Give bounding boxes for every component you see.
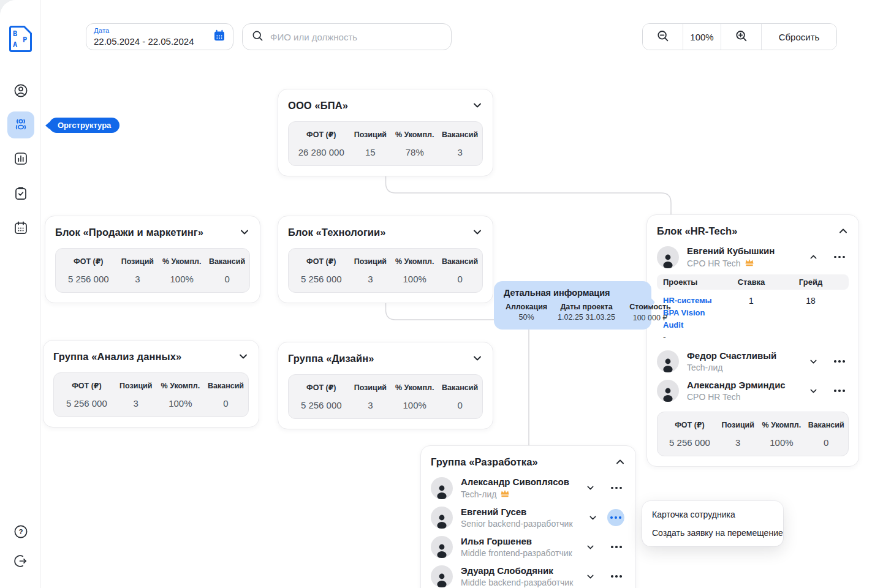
orgstructure-icon <box>13 116 29 134</box>
stats-header: % Укомпл. <box>389 130 440 139</box>
employee-more-button[interactable] <box>608 543 624 551</box>
employee-info: Александр Сивоплясов Tech-лид <box>461 477 586 499</box>
employee-role: CPO HR Tech <box>687 392 809 402</box>
card-title: Блок «Продажи и маркетинг» <box>55 227 203 238</box>
stats-header: ФОТ (₽) <box>56 381 117 390</box>
org-card-dev-header[interactable]: Группа «Разработка» <box>431 454 626 469</box>
project-detail-tooltip: Детальная информация Аллокация 50% Даты … <box>494 281 651 330</box>
stats-value: 5 256 000 <box>56 398 117 409</box>
chevron-down-icon[interactable] <box>239 227 250 238</box>
menu-item-create-transfer-request[interactable]: Создать заявку на перемещение <box>642 524 783 542</box>
sidebar-item-tasks[interactable] <box>7 181 34 208</box>
employee-row: Александр Эрминдис CPO HR Tech <box>657 380 849 402</box>
avatar <box>431 565 453 587</box>
org-card-design-header[interactable]: Группа «Дизайн» <box>288 351 483 366</box>
chevron-down-icon[interactable] <box>238 351 249 362</box>
sidebar-item-help[interactable]: ? <box>7 519 34 546</box>
date-range-field[interactable]: Дата 22.05.2024 - 22.05.2024 <box>86 23 233 50</box>
employee-info: Евгений Гусев Senior backend-разработчик <box>461 507 588 529</box>
chevron-down-icon[interactable] <box>472 353 483 364</box>
card-title: Группа «Разработка» <box>431 456 538 468</box>
projects-table-body: HR-системы BPA Vision Audit - 1 18 <box>657 290 849 343</box>
employee-info: Илья Горшенев Middle frontend-разработчи… <box>461 536 586 558</box>
chevron-down-icon[interactable] <box>472 100 483 111</box>
zoom-out-icon <box>656 29 670 45</box>
employee-name: Федор Счастливый <box>687 350 809 361</box>
employee-role-label: Middle backend-разработчик <box>461 578 573 587</box>
sidebar-item-orgstructure[interactable] <box>7 111 34 138</box>
org-card-sales-header[interactable]: Блок «Продажи и маркетинг» <box>55 225 250 239</box>
avatar <box>657 380 679 402</box>
search-input[interactable] <box>270 32 442 42</box>
project-grade: 18 <box>779 295 843 343</box>
chevron-up-icon[interactable] <box>838 225 849 236</box>
employee-info: Федор Счастливый Tech-лид <box>687 350 809 372</box>
employee-name: Евгений Кубышкин <box>687 246 809 256</box>
sidebar-item-logout[interactable] <box>7 548 34 575</box>
calendar-picker-icon[interactable] <box>213 29 225 44</box>
menu-item-employee-card[interactable]: Карточка сотрудника <box>642 505 783 524</box>
stats-header: Вакансий <box>440 383 480 392</box>
employee-more-button-active[interactable] <box>607 509 624 526</box>
employee-role-label: Tech-лид <box>687 363 722 372</box>
org-card-tech-header[interactable]: Блок «Технологии» <box>288 225 483 239</box>
crown-icon <box>745 258 754 268</box>
employee-more-button[interactable] <box>832 358 847 365</box>
employee-more-button[interactable] <box>832 387 847 394</box>
stats-header: ФОТ (₽) <box>58 257 119 266</box>
employee-role-label: CPO HR Tech <box>687 392 741 402</box>
stats-value: 3 <box>352 274 390 284</box>
chevron-down-icon[interactable] <box>809 357 818 366</box>
stats-header: Позиций <box>719 421 757 429</box>
chevron-down-icon[interactable] <box>588 513 597 522</box>
stats-value: 5 256 000 <box>660 437 719 448</box>
stats-value: 0 <box>206 398 246 409</box>
projects-table-header: Проекты Ставка Грейд <box>657 274 849 290</box>
org-card-company: ООО «БПА» ФОТ (₽)Позиций% Укомпл.Ваканси… <box>278 89 493 176</box>
tooltip-field-label: Даты проекта <box>552 303 621 311</box>
zoom-out-button[interactable] <box>643 24 683 50</box>
avatar <box>657 246 679 268</box>
stats-header: % Укомпл. <box>155 382 206 390</box>
svg-text:P: P <box>23 36 27 44</box>
org-card-analytics-header[interactable]: Группа «Анализ данных» <box>53 349 249 364</box>
employee-more-button[interactable] <box>608 573 624 580</box>
stats-header: Вакансий <box>207 257 247 266</box>
chevron-up-icon[interactable] <box>615 456 626 467</box>
chevron-down-icon[interactable] <box>586 483 595 492</box>
tooltip-field-value: 50% <box>504 313 549 322</box>
stats-header: % Укомпл. <box>156 257 207 266</box>
org-card-company-header[interactable]: ООО «БПА» <box>288 98 483 113</box>
zoom-in-button[interactable] <box>721 24 762 50</box>
org-structure-app: B A P <box>0 0 883 588</box>
employee-name: Александр Эрминдис <box>687 380 809 390</box>
tooltip-field: Стоимость 100 000 ₽ <box>624 303 676 322</box>
chevron-down-icon[interactable] <box>472 227 483 238</box>
stats-header: Вакансий <box>440 130 480 139</box>
sidebar-item-profile[interactable] <box>7 78 34 105</box>
employee-role: CPO HR Tech <box>687 258 809 268</box>
employee-name: Илья Горшенев <box>461 536 586 546</box>
employee-more-button[interactable] <box>832 254 847 261</box>
projects-col-header: Грейд <box>779 277 843 287</box>
stats-value: 0 <box>806 437 846 448</box>
sidebar-item-calendar[interactable] <box>7 215 34 242</box>
stats-value: 100% <box>389 400 440 410</box>
reset-button[interactable]: Сбросить <box>762 24 836 50</box>
zoom-level-value: 100% <box>690 32 713 42</box>
employee-more-button[interactable] <box>608 484 624 492</box>
sidebar-active-tooltip: Оргструктура <box>49 118 119 133</box>
chevron-up-icon[interactable] <box>809 252 818 262</box>
sidebar-item-analytics[interactable] <box>7 146 34 173</box>
chevron-down-icon[interactable] <box>586 543 595 552</box>
chevron-down-icon[interactable] <box>586 572 595 581</box>
stats-header: Вакансий <box>440 257 480 266</box>
svg-text:B: B <box>13 29 17 38</box>
stats-value: 0 <box>440 274 480 284</box>
date-range-text: Дата 22.05.2024 - 22.05.2024 <box>94 27 213 46</box>
stats-value: 26 280 000 <box>291 147 352 157</box>
org-card-hrtech-header[interactable]: Блок «HR-Tech» <box>657 224 849 238</box>
stats-header: % Укомпл. <box>389 257 440 266</box>
reset-button-label: Сбросить <box>779 32 820 42</box>
chevron-down-icon[interactable] <box>809 386 818 396</box>
